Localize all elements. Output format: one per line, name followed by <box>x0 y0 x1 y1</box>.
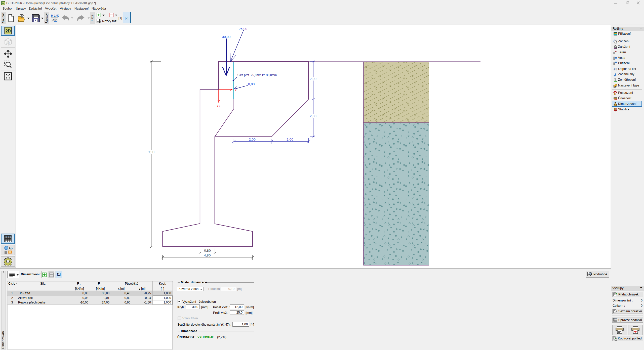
svg-text:F: F <box>98 282 100 285</box>
svg-text:-1,50: -1,50 <box>144 301 151 304</box>
svg-text:0,80: 0,80 <box>204 249 211 252</box>
svg-text:x: x <box>79 283 81 286</box>
svg-text:9,90: 9,90 <box>148 150 154 154</box>
svg-text:-0,75: -0,75 <box>144 291 151 295</box>
svg-text:Koef.: Koef. <box>159 282 166 285</box>
svg-text:2,00: 2,00 <box>287 138 293 141</box>
svg-text:+x: +x <box>233 88 237 92</box>
svg-text:Reakce přech.desky: Reakce přech.desky <box>18 301 46 304</box>
svg-text:1,000: 1,000 <box>164 296 171 300</box>
svg-text:Aktivní tlak: Aktivní tlak <box>18 296 33 300</box>
svg-text:z [m]: z [m] <box>139 287 145 290</box>
svg-text:0,00: 0,00 <box>83 291 89 295</box>
svg-text:26,00: 26,00 <box>239 27 247 31</box>
svg-text:1,000: 1,000 <box>164 301 171 304</box>
svg-text:1: 1 <box>11 291 13 295</box>
svg-text:1,000: 1,000 <box>164 291 171 295</box>
svg-text:0,01: 0,01 <box>104 296 110 300</box>
svg-text:24,00: 24,00 <box>102 301 109 304</box>
svg-text:Tíh.- zeď: Tíh.- zeď <box>18 291 30 295</box>
svg-text:3: 3 <box>11 301 13 304</box>
svg-text:[–]: [–] <box>161 287 164 290</box>
svg-text:Ab: Ab <box>9 246 13 250</box>
svg-text:-0,03: -0,03 <box>82 296 89 300</box>
svg-text:0,03: 0,03 <box>248 82 255 86</box>
svg-text:M 1:50: M 1:50 <box>51 14 59 17</box>
svg-text:Síla: Síla <box>40 282 46 285</box>
svg-text:2,00: 2,00 <box>310 77 316 81</box>
svg-text:-10,00: -10,00 <box>80 301 88 304</box>
svg-text:0,80: 0,80 <box>125 296 131 300</box>
svg-text:[kN/m]: [kN/m] <box>75 287 84 290</box>
svg-text:Působiště: Působiště <box>125 282 138 285</box>
svg-text:0,60: 0,60 <box>125 301 131 304</box>
svg-text:30,00: 30,00 <box>222 35 231 39</box>
svg-text:Číslo: Číslo <box>8 282 15 285</box>
svg-text:z: z <box>100 283 102 286</box>
svg-text:+z: +z <box>217 104 220 108</box>
svg-text:F: F <box>77 282 79 285</box>
svg-text:2: 2 <box>616 84 617 86</box>
svg-text:12ks prof. 25,0mm,kr. 30,0mm: 12ks prof. 25,0mm,kr. 30,0mm <box>237 73 277 77</box>
svg-text:[kN/m]: [kN/m] <box>96 287 105 290</box>
svg-text:0,40: 0,40 <box>125 291 131 295</box>
svg-text:2: 2 <box>11 296 13 300</box>
svg-text:3D: 3D <box>6 41 10 45</box>
svg-text:x [m]: x [m] <box>118 287 125 290</box>
svg-text:2,00: 2,00 <box>249 138 255 141</box>
svg-text:30,00: 30,00 <box>102 291 109 295</box>
svg-text:2,00: 2,00 <box>310 114 316 118</box>
svg-text:4,80: 4,80 <box>204 253 211 257</box>
svg-text:2D: 2D <box>6 29 11 33</box>
svg-text:-0,04: -0,04 <box>144 296 151 300</box>
